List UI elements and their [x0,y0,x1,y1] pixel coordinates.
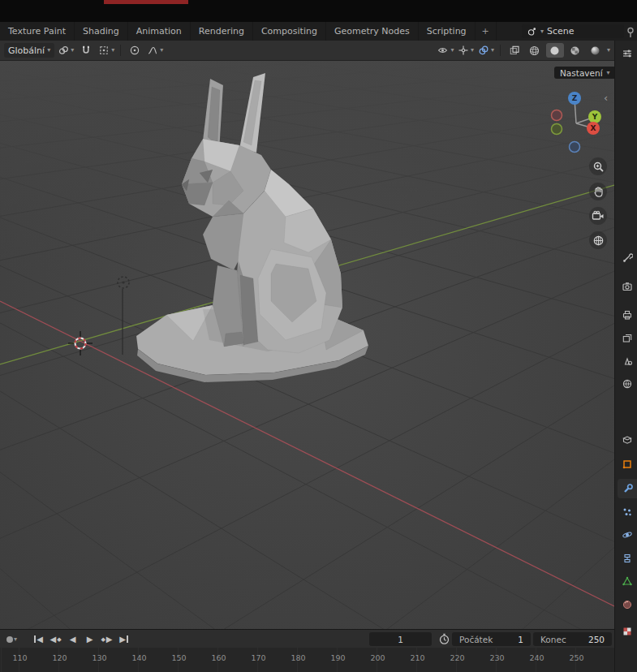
gizmo-neg-y-ball[interactable] [552,124,562,135]
viewport-3d[interactable]: Nastavení ▾ ‹ Z Y X [0,61,614,629]
properties-editor-icon [622,48,633,59]
falloff-dropdown[interactable]: ▾ [146,43,164,58]
gizmo-x-label[interactable]: X [591,124,596,132]
chevron-down-icon: ▾ [14,636,17,643]
tab-geometry-nodes[interactable]: Geometry Nodes [326,22,419,41]
snap-target-dropdown[interactable]: ▾ [97,43,115,58]
auto-keying-button[interactable]: ▾ [4,632,19,647]
camera-view-button[interactable] [589,207,607,225]
play-reverse-button[interactable]: ◀ [65,632,80,647]
shading-rendered-button[interactable] [587,43,605,58]
timeline-playbar: ▾ ◀ ◀ ◆ ◀ ▶ ◆ ▶ ▶ [0,629,614,648]
tab-scripting[interactable]: Scripting [419,22,476,41]
object-square-icon [622,459,633,470]
frame-end-value: 250 [588,635,605,644]
pin-icon[interactable] [626,27,635,38]
pivot-point-dropdown[interactable]: ▾ [57,43,75,58]
shading-dropdown[interactable]: ▾ [607,47,610,54]
constraints-icon [622,553,633,564]
magnet-icon [80,45,92,56]
tab-object-data-properties[interactable] [618,571,637,591]
play-button[interactable]: ▶ [82,632,97,647]
gizmo-neg-z-ball[interactable] [570,142,580,153]
frame-tick: 230 [477,653,517,662]
view-layer-icon [622,333,633,344]
tab-constraint-properties[interactable] [618,549,637,568]
editor-type-button[interactable] [618,44,637,63]
tab-animation[interactable]: Animation [128,22,191,41]
object-visibility-dropdown[interactable]: ▾ [437,43,454,58]
tab-object-properties[interactable] [618,454,637,474]
nav-gizmo[interactable]: Z Y X [542,85,615,158]
show-gizmos-dropdown[interactable]: ▾ [457,43,475,58]
prev-keyframe-button[interactable]: ◀ ◆ [48,632,63,647]
zoom-button[interactable] [589,157,607,175]
tab-modifier-properties[interactable] [618,479,637,498]
tab-compositing[interactable]: Compositing [253,22,326,41]
material-sphere-icon [622,599,633,610]
hand-icon [592,186,605,198]
chevron-down-icon: ▾ [491,47,494,54]
tab-scene-properties[interactable] [618,351,637,371]
add-workspace-button[interactable]: + [476,22,497,41]
scene-selector[interactable]: ▾ Scene [522,24,624,38]
current-frame-field[interactable]: 1 [369,632,432,646]
scene-icon [527,26,537,37]
wrench-icon [622,483,634,494]
tab-tool-properties[interactable] [618,248,637,268]
chevron-down-icon: ▾ [607,70,610,76]
frame-end-label: Konec [540,635,566,644]
shading-material-button[interactable] [566,43,584,58]
gizmo-neg-x-ball[interactable] [552,110,562,121]
settings-dropdown[interactable]: Nastavení ▾ [554,67,616,79]
perspective-toggle-button[interactable] [589,231,607,249]
tab-collection-properties[interactable] [618,430,637,450]
triangle-left-icon: ◀ [70,635,76,644]
frame-tick: 200 [358,653,398,662]
triangle-left-icon: ◀ [37,635,43,644]
stopwatch-icon[interactable] [438,633,450,645]
xray-icon [509,45,520,56]
tab-world-properties[interactable] [618,374,637,394]
viewport-header: Globální ▾ ▾ [0,41,614,61]
tab-texture-properties[interactable] [618,622,637,641]
chevron-down-icon: ▾ [71,47,74,54]
next-keyframe-button[interactable]: ◆ ▶ [99,632,114,647]
show-overlays-dropdown[interactable]: ▾ [477,43,495,58]
tab-view-layer-properties[interactable] [618,329,637,348]
gizmo-y-label[interactable]: Y [592,113,598,121]
shading-wireframe-button[interactable] [526,43,544,58]
pivot-icon [58,45,69,56]
titlebar-accent [104,0,188,4]
timeline-ruler[interactable]: 110 120 130 140 150 160 170 180 190 200 … [0,648,614,672]
shading-solid-button[interactable] [546,43,564,58]
snap-toggle[interactable] [77,43,95,58]
physics-orbit-icon [622,529,633,541]
frame-tick: 190 [318,653,358,662]
frame-tick: 220 [437,653,477,662]
eye-icon [437,45,449,56]
viewport-canvas[interactable] [0,61,614,629]
keyframe-icon: ◆ [57,636,61,643]
xray-toggle[interactable] [506,43,523,58]
frame-tick: 210 [398,653,437,662]
pan-button[interactable] [589,183,607,200]
tab-output-properties[interactable] [618,305,637,325]
tab-particle-properties[interactable] [618,502,637,522]
tab-render-properties[interactable] [618,277,637,296]
material-sphere-icon [569,45,581,57]
frame-start-field[interactable]: Počátek 1 [452,632,531,646]
header-right-controls: ▾ ▾ ▾ [437,43,610,58]
transform-orientation-dropdown[interactable]: Globální ▾ [4,43,54,58]
tab-rendering[interactable]: Rendering [191,22,253,41]
proportional-edit-toggle[interactable] [126,43,144,58]
tab-texture-paint[interactable]: Texture Paint [0,22,75,41]
gizmo-z-label[interactable]: Z [572,94,578,102]
tab-material-properties[interactable] [618,595,637,614]
tab-shading[interactable]: Shading [75,22,128,41]
jump-to-end-button[interactable]: ▶ [116,632,131,647]
jump-to-start-button[interactable]: ◀ [31,632,46,647]
tab-physics-properties[interactable] [618,525,637,545]
snap-increment-icon [98,45,110,56]
frame-end-field[interactable]: Konec 250 [533,632,612,646]
